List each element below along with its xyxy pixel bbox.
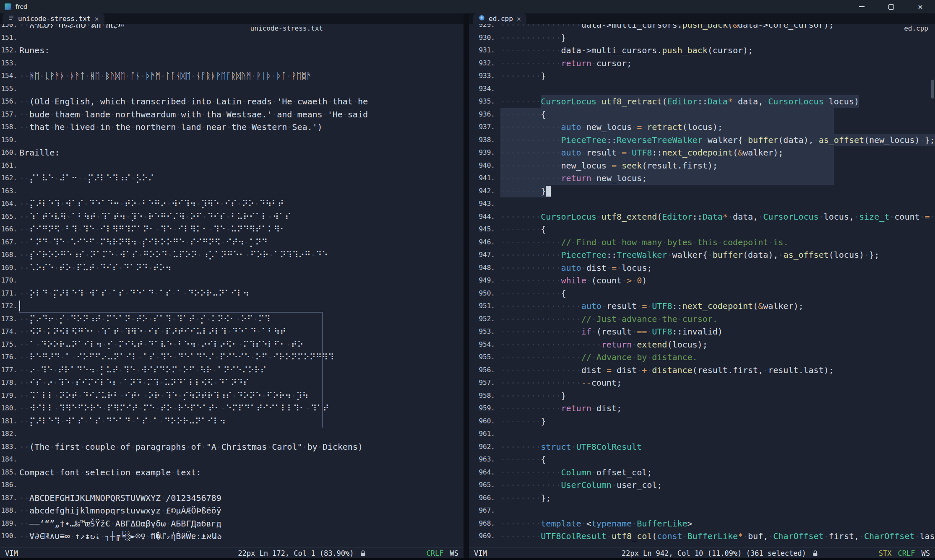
code-line[interactable]: 167.··⠁⠝⠙·⠹⠑·⠡⠊⠑⠋·⠍⠳⠗⠝⠻⠲·⡎⠊⠗⠕⠕⠛⠑·⠎⠊⠛⠝⠫·⠊… xyxy=(0,236,464,249)
code-line[interactable]: 161. xyxy=(0,159,464,172)
code-line[interactable]: 190.··∀∂∈ℝ∧∪≡∞·↑↗↨↻⇣·┐┼╔╘░►☺♀·ﬁ�⑀₂ἠḂӥẄɐː… xyxy=(0,530,464,543)
code-line[interactable]: 157.··bude·thaem·lande·northweardum·with… xyxy=(0,108,464,121)
code-line[interactable]: 180.··⠺⠊⠇⠇·⠹⠻⠑⠋⠕⠗⠑·⠏⠻⠍⠊⠞·⠍⠑·⠞⠕·⠗⠑⠏⠑⠁⠞⠂·⠑… xyxy=(0,402,464,415)
code-line[interactable]: 189.··–—‘“”„†•…‰™œŠŸž€·ΑΒΓΔΩαβγδω·АБВГДа… xyxy=(0,517,464,530)
code-line[interactable]: 948.············auto·dist·=·locus; xyxy=(469,262,935,275)
code-line[interactable]: 963.········{ xyxy=(469,453,935,466)
code-line[interactable]: 177.··⠔·⠹⠑·⠞⠗⠁⠙⠑⠲·⡃⠥⠞·⠹⠑·⠺⠊⠎⠙⠕⠍·⠕⠋·⠳⠗·⠁⠝… xyxy=(0,364,464,377)
code-line[interactable]: 184. xyxy=(0,453,464,466)
code-line[interactable]: 953.················if·(result·==·UTF8::… xyxy=(469,325,935,338)
code-line[interactable]: 959.············return·dist; xyxy=(469,402,935,415)
code-line[interactable]: 187.··ABCDEFGHIJKLMNOPQRSTUVWXYZ·/012345… xyxy=(0,492,464,505)
lock-icon[interactable] xyxy=(360,550,366,557)
code-line[interactable]: 968.········template·<typename·BufferLik… xyxy=(469,517,935,530)
code-line[interactable]: 942.········} xyxy=(469,185,935,198)
code-line[interactable]: 186. xyxy=(0,479,464,492)
tab-unicode-stress-txt[interactable]: unicode-stress.txt × xyxy=(3,13,104,24)
code-line[interactable]: 946.············//·Find·out·how·many·byt… xyxy=(469,236,935,249)
status-flag-ws[interactable]: WS xyxy=(922,549,930,557)
status-flag-ws[interactable]: WS xyxy=(450,549,458,557)
code-line[interactable]: 965.············UserColumn·user_col; xyxy=(469,479,935,492)
code-line[interactable]: 182. xyxy=(0,428,464,441)
code-line[interactable]: 931.············data->multi_cursors.push… xyxy=(469,44,935,57)
code-line[interactable]: 175.··⠁·⠙⠕⠕⠗⠤⠝⠁⠊⠇⠲·⡊·⠍⠊⠣⠞·⠙⠁⠧⠑·⠃⠑⠲·⠔⠊⠇⠔⠫… xyxy=(0,338,464,351)
code-line[interactable]: 943. xyxy=(469,197,935,210)
code-line[interactable]: 958.············} xyxy=(469,389,935,402)
code-line[interactable]: 936.········{ xyxy=(469,108,935,121)
code-line[interactable]: 164.··⡍⠜⠇⠑⠹·⠺⠁⠎·⠙⠑⠁⠙⠒·⠞⠕·⠃⠑⠛⠔·⠺⠊⠹⠲·⡹⠻⠑·⠊… xyxy=(0,197,464,210)
code-line[interactable]: 176.··⠗⠑⠛⠜⠙·⠁·⠊⠕⠋⠋⠔⠤⠝⠁⠊⠇·⠁⠎·⠹⠑·⠙⠑⠁⠙⠑⠌·⠏⠊… xyxy=(0,351,464,364)
close-button[interactable]: × xyxy=(906,0,935,13)
tab-ed-cpp[interactable]: ed.cpp × xyxy=(473,13,526,24)
code-line[interactable]: 930.············} xyxy=(469,31,935,44)
code-line[interactable]: 957.················--count; xyxy=(469,376,935,389)
status-flag-crlf[interactable]: CRLF xyxy=(898,549,915,557)
code-line[interactable]: 952.················//·Just·advance·the·… xyxy=(469,313,935,326)
code-line[interactable]: 934. xyxy=(469,83,935,96)
code-line[interactable]: 153. xyxy=(0,57,464,70)
code-line[interactable]: 966.········}; xyxy=(469,492,935,505)
code-line[interactable]: 156.··(Old·English,·which·transcribed·in… xyxy=(0,95,464,108)
code-line[interactable]: 165.··⠱⠁⠞⠑⠧⠻·⠁⠃⠳⠞·⠹⠁⠞⠲·⡹⠑·⠗⠑⠛⠊⠌⠻·⠕⠋·⠙⠊⠎·… xyxy=(0,210,464,223)
code-line[interactable]: 170. xyxy=(0,274,464,287)
code-line[interactable]: 162.··⡌⠁⠧⠑·⠼⠁⠒··⡍⠜⠇⠑⠹⠰⠎·⡣⠕⠌ xyxy=(0,172,464,185)
code-line[interactable]: 951.················auto·result·=·UTF8::… xyxy=(469,300,935,313)
code-line[interactable]: 169.··⠡⠕⠎⠑·⠞⠕·⠏⠥⠞·⠙⠊⠎·⠙⠁⠝⠙·⠞⠕⠲ xyxy=(0,262,464,275)
code-line[interactable]: 183.··(The·first·couple·of·paragraphs·of… xyxy=(0,441,464,454)
tab-close-button[interactable]: × xyxy=(94,15,99,23)
code-line[interactable]: 174.··⠪⠝·⠅⠝⠪⠇⠫⠛⠑⠂·⠱⠁⠞·⠹⠻⠑·⠊⠎·⠏⠜⠞⠊⠊⠥⠇⠜⠇⠹·… xyxy=(0,325,464,338)
code-line[interactable]: 166.··⠎⠊⠛⠝⠫·⠃⠹·⠹⠑·⠊⠇⠻⠛⠹⠍⠁⠝⠂·⠹⠑·⠊⠇⠻⠅⠂·⠹⠑·… xyxy=(0,223,464,236)
minimize-button[interactable] xyxy=(847,0,876,13)
code-line[interactable]: 954.····················return·extend(lo… xyxy=(469,338,935,351)
code-line[interactable]: 929.················data->multi_cursors.… xyxy=(469,24,935,31)
code-line[interactable]: 159. xyxy=(0,134,464,147)
code-line[interactable]: 962.········struct·UTF8ColResult xyxy=(469,441,935,454)
lock-icon[interactable] xyxy=(813,550,818,557)
code-line[interactable]: 947.············PieceTree::TreeWalker·wa… xyxy=(469,249,935,262)
code-line[interactable]: 168.··⡎⠊⠗⠕⠕⠛⠑⠰⠎·⠝⠁⠍⠑·⠺⠁⠎·⠛⠕⠕⠙·⠥⠏⠕⠝·⠰⡡⠁⠝⠛… xyxy=(0,249,464,262)
code-line[interactable]: 967. xyxy=(469,504,935,517)
code-line[interactable]: 932.············return·cursor; xyxy=(469,57,935,70)
code-line[interactable]: 185.Compact·font·selection·example·text: xyxy=(0,466,464,479)
code-line[interactable]: 938.············PieceTree::ReverseTreeWa… xyxy=(469,134,935,147)
code-line[interactable]: 179.··⠩⠁⠇⠇·⠝⠕⠞·⠙⠊⠌⠥⠗⠃·⠊⠞⠂·⠕⠗·⠹⠑·⡊⠳⠝⠞⠗⠹⠰⠎… xyxy=(0,389,464,402)
code-line[interactable]: 154.··ᚻᛖ·ᚳᚹᚫᚦ·ᚦᚫᛏ·ᚻᛖ·ᛒᚢᛞᛖ·ᚩᚾ·ᚦᚫᛗ·ᛚᚪᚾᛞᛖ·ᚾ… xyxy=(0,70,464,83)
code-line[interactable]: 178.··⠊⠎·⠔·⠹⠑·⠎⠊⠍⠊⠇⠑⠆·⠁⠝⠙·⠍⠹·⠥⠝⠙⠁⠇⠇⠪⠫·⠙⠁… xyxy=(0,376,464,389)
code-line[interactable]: 155. xyxy=(0,83,464,96)
code-line[interactable]: 171.··⡕⠇⠙·⡍⠜⠇⠑⠹·⠺⠁⠎·⠁⠎·⠙⠑⠁⠙·⠁⠎·⠁·⠙⠕⠕⠗⠤⠝⠁… xyxy=(0,287,464,300)
code-line[interactable]: 152.Runes: xyxy=(0,44,464,57)
status-flag-crlf[interactable]: CRLF xyxy=(427,549,444,557)
code-line[interactable]: 163. xyxy=(0,185,464,198)
code-line[interactable]: 956.················dist·=·dist·+·distan… xyxy=(469,364,935,377)
code-line[interactable]: 188.··abcdefghijklmnopqrstuvwxyz·£©µÀÆÖÞ… xyxy=(0,504,464,517)
code-line[interactable]: 939.············auto·result·=·UTF8::next… xyxy=(469,146,935,159)
code-line[interactable]: 960.········} xyxy=(469,415,935,428)
code-line[interactable]: 940.············new_locus·=·seek(result.… xyxy=(469,159,935,172)
code-line[interactable]: 944.········CursorLocus·utf8_extend(Edit… xyxy=(469,210,935,223)
code-line[interactable]: 158.··that·he·lived·in·the·northern·land… xyxy=(0,121,464,134)
pane-divider[interactable] xyxy=(464,13,469,558)
code-line[interactable]: 181.··⡍⠜⠇⠑⠹·⠺⠁⠎·⠁⠎·⠙⠑⠁⠙·⠁⠎·⠁·⠙⠕⠕⠗⠤⠝⠁⠊⠇⠲ xyxy=(0,415,464,428)
scrollbar-thumb[interactable] xyxy=(931,80,934,99)
code-line[interactable]: 961. xyxy=(469,428,935,441)
status-flag-stx[interactable]: STX xyxy=(879,549,892,557)
tab-close-button[interactable]: × xyxy=(517,15,521,23)
code-line[interactable]: 150.··እግርህን·በፍራሽህ·ልክ·ዘርጋ። xyxy=(0,24,464,31)
code-line[interactable]: 945.········{ xyxy=(469,223,935,236)
code-line[interactable]: 955.················//·Advance·by·distan… xyxy=(469,351,935,364)
code-line[interactable]: 935.········CursorLocus·utf8_retract(Edi… xyxy=(469,95,935,108)
code-line[interactable]: 964.············Column·offset_col; xyxy=(469,466,935,479)
editor-pane-right[interactable]: 929.················data->multi_cursors.… xyxy=(469,24,935,547)
editor-pane-left[interactable]: 150.··እግርህን·በፍራሽህ·ልክ·ዘርጋ።151.152.Runes:1… xyxy=(0,24,464,547)
code-line[interactable]: 172. xyxy=(0,300,464,313)
code-line[interactable]: 173.··⡍⠔⠙⠖·⡊·⠙⠕⠝⠰⠞·⠍⠑⠁⠝·⠞⠕·⠎⠁⠹·⠹⠁⠞·⡊·⠅⠝⠪… xyxy=(0,313,464,326)
code-line[interactable]: 937.············auto·new_locus·=·retract… xyxy=(469,121,935,134)
code-line[interactable]: 949.············while·(count·>·0) xyxy=(469,274,935,287)
code-line[interactable]: 160.Braille: xyxy=(0,146,464,159)
code-line[interactable]: 969.········UTF8ColResult·utf8_col(const… xyxy=(469,530,935,543)
code-line[interactable]: 151. xyxy=(0,31,464,44)
maximize-button[interactable] xyxy=(876,0,906,13)
code-line[interactable]: 950.············{ xyxy=(469,287,935,300)
code-line[interactable]: 941.············return·new_locus; xyxy=(469,172,935,185)
code-line[interactable]: 933.········} xyxy=(469,70,935,83)
